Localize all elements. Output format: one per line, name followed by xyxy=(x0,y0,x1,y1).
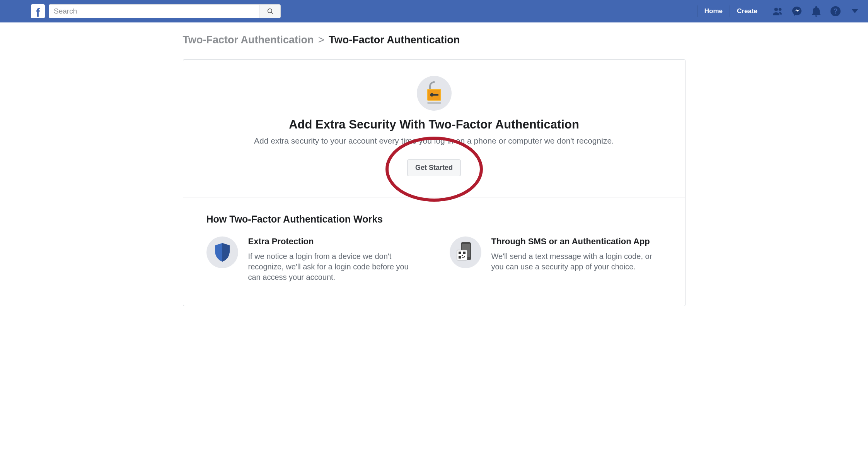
nav-home[interactable]: Home xyxy=(697,5,730,17)
get-started-button[interactable]: Get Started xyxy=(407,159,461,176)
svg-point-2 xyxy=(774,8,778,11)
lock-icon xyxy=(417,76,452,111)
account-menu-icon[interactable] xyxy=(849,6,860,17)
breadcrumb-parent[interactable]: Two-Factor Authentication xyxy=(183,34,314,46)
hero-subtitle: Add extra security to your account every… xyxy=(206,136,662,146)
howto-item-body: If we notice a login from a device we do… xyxy=(248,251,419,283)
twofa-card: Add Extra Security With Two-Factor Authe… xyxy=(183,59,686,306)
breadcrumb-current: Two-Factor Authentication xyxy=(329,34,460,46)
messenger-icon[interactable] xyxy=(791,6,802,17)
howto-item-title: Through SMS or an Authentication App xyxy=(491,236,662,247)
howto-item-title: Extra Protection xyxy=(248,236,419,247)
hero-title: Add Extra Security With Two-Factor Authe… xyxy=(206,118,662,132)
search-button[interactable] xyxy=(259,5,280,18)
svg-rect-10 xyxy=(427,102,441,104)
search-icon xyxy=(267,8,274,15)
page-content: Two-Factor Authentication > Two-Factor A… xyxy=(183,22,686,318)
nav-create[interactable]: Create xyxy=(730,5,764,17)
howto-item-body: We'll send a text message with a login c… xyxy=(491,251,662,272)
svg-rect-9 xyxy=(433,94,438,96)
svg-rect-18 xyxy=(459,256,461,259)
svg-rect-21 xyxy=(462,257,464,258)
svg-point-0 xyxy=(268,9,272,13)
howto-heading: How Two-Factor Authentication Works xyxy=(206,214,662,225)
search-input[interactable] xyxy=(49,5,259,18)
search-box xyxy=(49,4,281,18)
shield-icon xyxy=(206,236,238,268)
howto-item-protection: Extra Protection If we notice a login fr… xyxy=(206,236,419,283)
breadcrumb: Two-Factor Authentication > Two-Factor A… xyxy=(183,34,686,46)
svg-rect-16 xyxy=(459,252,461,254)
howto-item-sms: Through SMS or an Authentication App We'… xyxy=(450,236,662,283)
phone-qr-icon xyxy=(450,236,481,268)
breadcrumb-separator: > xyxy=(317,34,326,46)
svg-rect-19 xyxy=(462,255,463,256)
fb-logo-letter: f xyxy=(36,7,40,19)
svg-text:?: ? xyxy=(834,7,838,15)
fb-logo[interactable]: f xyxy=(31,4,45,18)
help-icon[interactable]: ? xyxy=(830,6,841,17)
notifications-icon[interactable] xyxy=(811,6,822,17)
svg-rect-20 xyxy=(464,256,465,257)
howto-section: How Two-Factor Authentication Works Extr… xyxy=(183,197,685,306)
svg-point-3 xyxy=(779,8,781,11)
hero-section: Add Extra Security With Two-Factor Authe… xyxy=(183,60,685,197)
svg-line-1 xyxy=(271,12,273,14)
friend-requests-icon[interactable] xyxy=(772,6,783,17)
topbar: f Home Create ? xyxy=(0,0,868,22)
topbar-icon-cluster: ? xyxy=(772,6,860,17)
svg-rect-17 xyxy=(463,252,466,254)
